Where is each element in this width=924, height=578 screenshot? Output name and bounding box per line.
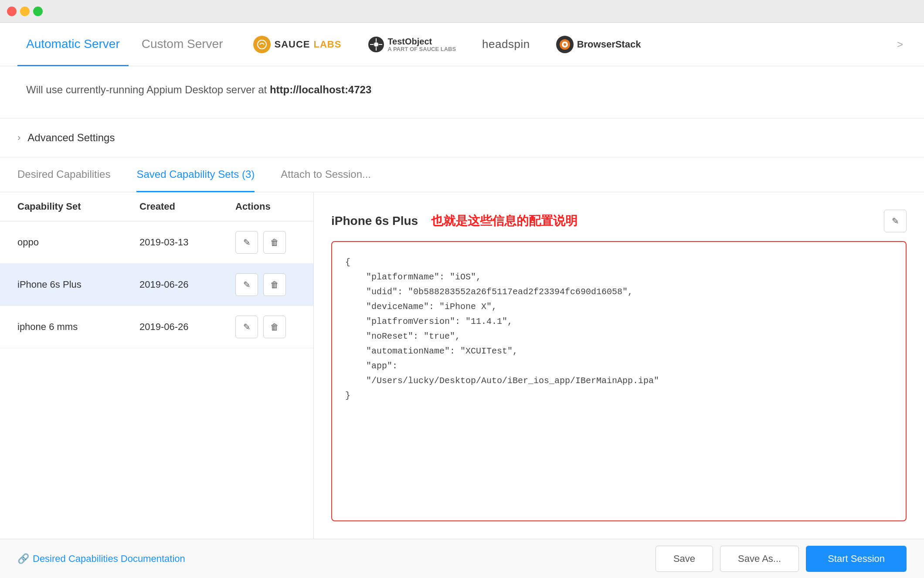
tab-attach-to-session[interactable]: Attach to Session... bbox=[281, 158, 371, 192]
delete-button[interactable]: 🗑 bbox=[263, 273, 286, 296]
minimize-button[interactable] bbox=[20, 7, 30, 16]
saucelabs-logo[interactable]: SAUCELABS bbox=[253, 36, 341, 53]
table-row[interactable]: iPhone 6s Plus 2019-06-26 ✎ 🗑 bbox=[0, 264, 313, 306]
browserstack-logo[interactable]: BrowserStack bbox=[556, 36, 641, 53]
capability-tabs: Desired Capabilities Saved Capability Se… bbox=[0, 157, 924, 192]
maximize-button[interactable] bbox=[33, 7, 43, 16]
server-url: http://localhost:4723 bbox=[270, 84, 371, 95]
close-button[interactable] bbox=[7, 7, 17, 16]
doc-link[interactable]: 🔗 Desired Capabilities Documentation bbox=[17, 553, 185, 564]
capability-set-name: iphone 6 mms bbox=[17, 321, 131, 333]
tab-bar: Automatic Server Custom Server SAUCELABS bbox=[0, 23, 924, 66]
edit-button[interactable]: ✎ bbox=[235, 231, 258, 254]
right-panel-header: iPhone 6s Plus 也就是这些信息的配置说明 ✎ bbox=[331, 210, 907, 232]
actions-cell: ✎ 🗑 bbox=[235, 231, 296, 254]
col-header-created: Created bbox=[139, 201, 227, 212]
capability-set-name: oppo bbox=[17, 237, 131, 248]
service-logos: SAUCELABS TestObject bbox=[253, 36, 641, 53]
start-session-button[interactable]: Start Session bbox=[806, 546, 907, 572]
actions-cell: ✎ 🗑 bbox=[235, 316, 296, 338]
bottom-actions: Save Save As... Start Session bbox=[656, 546, 907, 572]
headspin-logo[interactable]: headspin bbox=[482, 37, 530, 51]
left-panel: Capability Set Created Actions oppo 2019… bbox=[0, 192, 314, 539]
json-content-box: { "platformName": "iOS", "udid": "0b5882… bbox=[331, 241, 907, 521]
bottom-bar: 🔗 Desired Capabilities Documentation Sav… bbox=[0, 539, 924, 578]
capability-set-name: iPhone 6s Plus bbox=[17, 279, 131, 290]
right-panel: iPhone 6s Plus 也就是这些信息的配置说明 ✎ { "platfor… bbox=[314, 192, 924, 539]
col-header-actions: Actions bbox=[235, 201, 296, 212]
device-title: iPhone 6s Plus bbox=[331, 214, 418, 228]
edit-button[interactable]: ✎ bbox=[235, 273, 258, 296]
svg-point-9 bbox=[564, 43, 566, 46]
col-header-capability-set: Capability Set bbox=[17, 201, 131, 212]
browserstack-icon bbox=[556, 36, 574, 53]
saucelabs-icon bbox=[253, 36, 271, 53]
edit-json-button[interactable]: ✎ bbox=[884, 210, 907, 232]
annotation-text: 也就是这些信息的配置说明 bbox=[431, 213, 578, 229]
titlebar bbox=[0, 0, 924, 23]
capability-set-created: 2019-03-13 bbox=[139, 237, 227, 248]
tab-saved-capability-sets[interactable]: Saved Capability Sets (3) bbox=[136, 158, 255, 192]
advanced-settings-label: Advanced Settings bbox=[27, 132, 115, 144]
table-row[interactable]: iphone 6 mms 2019-06-26 ✎ 🗑 bbox=[0, 306, 313, 348]
svg-point-0 bbox=[258, 40, 266, 49]
nav-arrow-right[interactable]: > bbox=[893, 35, 907, 54]
delete-button[interactable]: 🗑 bbox=[263, 231, 286, 254]
tab-custom-server[interactable]: Custom Server bbox=[133, 23, 232, 66]
table-row[interactable]: oppo 2019-03-13 ✎ 🗑 bbox=[0, 221, 313, 264]
tab-automatic-server[interactable]: Automatic Server bbox=[17, 23, 129, 66]
actions-cell: ✎ 🗑 bbox=[235, 273, 296, 296]
testobject-icon bbox=[367, 36, 385, 53]
server-info-prefix: Will use currently-running Appium Deskto… bbox=[26, 84, 270, 95]
main-content: Automatic Server Custom Server SAUCELABS bbox=[0, 23, 924, 578]
delete-button[interactable]: 🗑 bbox=[263, 316, 286, 338]
svg-point-2 bbox=[374, 42, 378, 47]
table-header: Capability Set Created Actions bbox=[0, 192, 313, 221]
content-area: Capability Set Created Actions oppo 2019… bbox=[0, 192, 924, 539]
server-info: Will use currently-running Appium Deskto… bbox=[0, 66, 924, 119]
tab-desired-capabilities[interactable]: Desired Capabilities bbox=[17, 158, 110, 192]
capability-set-created: 2019-06-26 bbox=[139, 279, 227, 290]
chevron-right-icon: › bbox=[17, 132, 20, 143]
edit-button[interactable]: ✎ bbox=[235, 316, 258, 338]
advanced-settings[interactable]: › Advanced Settings bbox=[0, 119, 924, 157]
testobject-logo[interactable]: TestObject A PART OF SAUCE LABS bbox=[367, 36, 456, 53]
save-button[interactable]: Save bbox=[656, 546, 713, 572]
capability-set-created: 2019-06-26 bbox=[139, 321, 227, 333]
link-icon: 🔗 bbox=[17, 553, 29, 564]
save-as-button[interactable]: Save As... bbox=[720, 546, 799, 572]
